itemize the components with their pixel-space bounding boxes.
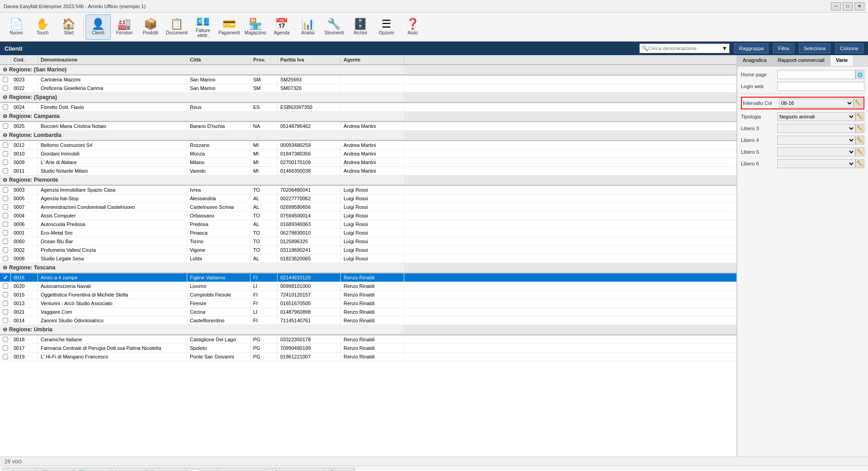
row-checkbox[interactable]: [0, 75, 11, 84]
loginweb-input[interactable]: [777, 82, 864, 91]
row-checkbox[interactable]: [0, 353, 11, 361]
bottom-btn-stampa[interactable]: 🖨️Stampa: [110, 468, 146, 471]
table-row[interactable]: 0001 Eco-Metal Snc Pinasca TO 0627883001…: [0, 229, 736, 237]
bottom-btn-elimina[interactable]: 🗑️Elimina: [74, 468, 109, 471]
toolbar-item-touch[interactable]: ✋Touch: [30, 14, 55, 40]
row-checkbox[interactable]: [0, 203, 11, 211]
toolbar-item-nuovo[interactable]: 📄Nuovo: [4, 14, 29, 40]
toolbar-item-agenda[interactable]: 📅Agenda: [269, 14, 294, 40]
libero4-edit-btn[interactable]: ✏️: [855, 136, 864, 145]
close-button[interactable]: ✕: [854, 2, 864, 10]
bottom-btn-comunicaz[interactable]: ✉️Comunicaz.: [218, 468, 264, 471]
table-row[interactable]: 0002 Profumeria Vallesi Cinzia Vigone TO…: [0, 246, 736, 254]
row-checkbox[interactable]: [0, 299, 11, 307]
toolbar-item-magazzino[interactable]: 🏪Magazzino: [243, 14, 268, 40]
search-dropdown-icon[interactable]: ▼: [722, 45, 727, 52]
bottom-btn-duplica[interactable]: 📋Duplica: [37, 468, 73, 471]
bottom-btn-mod_selezionati[interactable]: 📝Mod. selezionati: [266, 468, 323, 471]
table-row[interactable]: 0015 Oggettistica Fiorentina di Michele …: [0, 291, 736, 299]
row-checkbox[interactable]: [0, 194, 11, 203]
row-checkbox[interactable]: [0, 150, 11, 158]
row-checkbox[interactable]: [0, 291, 11, 299]
tipologia-edit-btn[interactable]: ✏️: [855, 112, 864, 121]
table-row[interactable]: 0018 Ceramiche Italiane Castiglione Del …: [0, 335, 736, 344]
row-checkbox[interactable]: [0, 316, 11, 325]
toolbar-item-fatture[interactable]: 💶Fatture elettr.: [190, 14, 216, 40]
tab-anagrafica[interactable]: Anagrafica: [737, 55, 773, 66]
table-row[interactable]: 0004 Assis Computer Orbassano TO 0759450…: [0, 212, 736, 220]
table-row[interactable]: 0023 Cartoleria Mazzini San Marino SM SM…: [0, 75, 736, 84]
bottom-btn-excel[interactable]: 📊Excel: [187, 468, 217, 471]
table-row[interactable]: 0003 Agenzia Immobiliare Spazio Casa Ivr…: [0, 186, 736, 194]
region-expand-icon[interactable]: ⊖: [3, 264, 7, 271]
libero6-select[interactable]: [777, 159, 855, 168]
table-row[interactable]: 0010 Giordani Immobili Monza MI 01847380…: [0, 150, 736, 158]
row-checkbox[interactable]: [0, 122, 11, 130]
region-expand-icon[interactable]: ⊖: [3, 113, 7, 119]
tab-rapporti[interactable]: Rapporti commerciali: [773, 55, 830, 66]
toolbar-item-aiuto[interactable]: ❓Aiuto: [400, 14, 425, 40]
libero3-select[interactable]: [777, 124, 855, 133]
table-area[interactable]: Cod. Denominazione Città Prov. Partita I…: [0, 55, 737, 457]
bottom-btn-nuovo[interactable]: 📄Nuovo: [3, 468, 36, 471]
toolbar-item-documenti[interactable]: 📋Documenti: [164, 14, 189, 40]
tab-varie[interactable]: Varie: [830, 55, 854, 66]
libero5-select[interactable]: [777, 147, 855, 156]
bottom-btn-etichette[interactable]: 🏷️Etichette: [147, 468, 186, 471]
filtra-button[interactable]: Filtra: [773, 43, 794, 53]
table-row[interactable]: 0021 Vaggiare.Com Cecina LI 01487960898 …: [0, 308, 736, 316]
toolbar-item-opzioni[interactable]: ☰Opzioni: [374, 14, 399, 40]
row-checkbox[interactable]: [0, 344, 11, 352]
table-row[interactable]: 0014 Zannini Studio Odontoiatrico Castel…: [0, 316, 736, 325]
table-row[interactable]: 0020 Autocarrozzeria Navali Livorno LI 0…: [0, 282, 736, 291]
intervallo-edit-btn[interactable]: ✏️: [854, 99, 863, 108]
seleziona-button[interactable]: Seleziona: [799, 43, 830, 53]
toolbar-item-clienti[interactable]: 👤Clienti: [85, 14, 111, 40]
row-checkbox[interactable]: [0, 246, 11, 254]
table-row[interactable]: 0016 Amici a 4 zampe Figline Valdarno FI…: [0, 273, 736, 282]
toolbar-item-strumenti[interactable]: 🔧Strumenti: [321, 14, 347, 40]
table-row[interactable]: 0006 Autoscuola Predosa Predosa AL 01689…: [0, 220, 736, 229]
row-checkbox[interactable]: [0, 308, 11, 316]
table-row[interactable]: 0011 Studio Notarile Milani Varedo MI 01…: [0, 167, 736, 175]
colonne-button[interactable]: Colonne: [835, 43, 863, 53]
toolbar-item-fornitori[interactable]: 🏭Fornitori: [112, 14, 137, 40]
table-row[interactable]: 0022 Oreficeria Gioielleria Carima San M…: [0, 84, 736, 93]
table-row[interactable]: 0009 L' Arte di Abitare Milano MI 027001…: [0, 158, 736, 167]
row-checkbox[interactable]: [0, 84, 11, 92]
minimize-button[interactable]: ─: [831, 2, 841, 10]
table-row[interactable]: 0005 Agenzia Ital-Stop Alessandria AL 00…: [0, 194, 736, 203]
row-checkbox[interactable]: [0, 141, 11, 149]
toolbar-item-analisi[interactable]: 📊Analisi: [295, 14, 321, 40]
libero3-edit-btn[interactable]: ✏️: [855, 124, 864, 133]
table-row[interactable]: 0013 Venturini - Arcò Studio Associato F…: [0, 299, 736, 308]
region-expand-icon[interactable]: ⊖: [3, 66, 7, 73]
region-expand-icon[interactable]: ⊖: [3, 132, 7, 138]
region-expand-icon[interactable]: ⊖: [3, 177, 7, 183]
table-row[interactable]: 0008 Studio Legale Sesa Lobbi AL 0182362…: [0, 254, 736, 263]
libero5-edit-btn[interactable]: ✏️: [855, 147, 864, 156]
bottom-btn-utilita[interactable]: ⚙️Utilità: [324, 468, 355, 471]
row-checkbox[interactable]: [0, 254, 11, 263]
row-checkbox[interactable]: [0, 282, 11, 290]
table-row[interactable]: 0007 Amministrazioni Condominiali Castel…: [0, 203, 736, 212]
table-row[interactable]: 0019 L' Hi-Fi di Mangano Francesco Ponte…: [0, 353, 736, 361]
libero4-select[interactable]: [777, 136, 855, 145]
homepage-input[interactable]: [777, 70, 855, 79]
table-row[interactable]: 0060 Ocean Blu Bar Torino TO 0125896325 …: [0, 237, 736, 246]
row-checkbox[interactable]: [0, 220, 11, 228]
libero6-edit-btn[interactable]: ✏️: [855, 159, 864, 168]
homepage-btn[interactable]: 🌐: [855, 70, 864, 79]
row-checkbox[interactable]: [0, 273, 11, 282]
row-checkbox[interactable]: [0, 237, 11, 245]
raggruppa-button[interactable]: Raggruppa: [734, 43, 769, 53]
row-checkbox[interactable]: [0, 335, 11, 344]
row-checkbox[interactable]: [0, 229, 11, 237]
search-input[interactable]: [648, 46, 722, 51]
row-checkbox[interactable]: [0, 167, 11, 175]
row-checkbox[interactable]: [0, 158, 11, 166]
region-expand-icon[interactable]: ⊖: [3, 326, 7, 333]
region-expand-icon[interactable]: ⊖: [3, 94, 7, 100]
toolbar-item-prodotti[interactable]: 📦Prodotti: [138, 14, 163, 40]
row-checkbox[interactable]: [0, 212, 11, 220]
